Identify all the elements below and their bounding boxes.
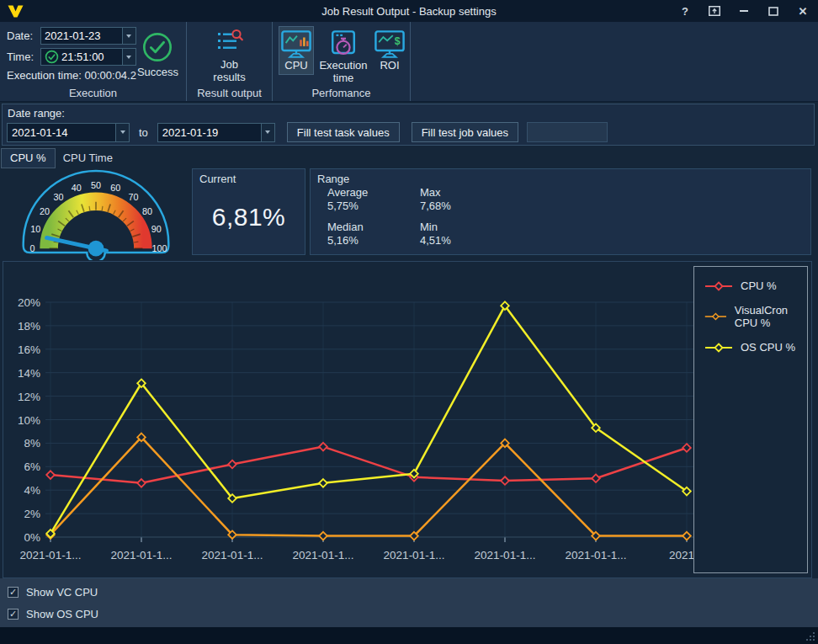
svg-text:10: 10 <box>30 224 40 234</box>
cpu-gauge: 0102030405060708090100 <box>10 166 182 260</box>
success-check-icon <box>141 31 173 63</box>
status-badge: Success <box>136 27 179 82</box>
legend-item-os-cpu[interactable]: OS CPU % <box>694 335 807 359</box>
minimize-button[interactable] <box>737 3 751 19</box>
ribbon-group-label-execution: Execution <box>0 87 186 99</box>
date-range-from-value: 2021-01-14 <box>12 126 115 139</box>
execution-time-button[interactable]: Execution time <box>317 27 369 87</box>
time-dropdown[interactable]: 21:51:00 <box>40 48 136 66</box>
tab-cpu-percent[interactable]: CPU % <box>2 149 55 168</box>
to-dropdown-arrow-icon[interactable] <box>261 124 274 141</box>
stat-min: Min 4,51% <box>420 221 451 247</box>
svg-text:0%: 0% <box>24 531 40 544</box>
stat-min-value: 4,51% <box>420 234 451 247</box>
stat-average-label: Average <box>327 186 368 200</box>
roi-monitor-icon: $ <box>374 29 406 60</box>
svg-text:12%: 12% <box>18 391 40 403</box>
ribbon-group-result-output: Job results Result output <box>187 22 273 101</box>
date-range-from-dropdown[interactable]: 2021-01-14 <box>7 123 130 142</box>
svg-text:100: 100 <box>152 243 167 253</box>
fill-test-job-values-button[interactable]: Fill test job values <box>412 122 518 142</box>
legend-cpu-label: CPU % <box>741 279 777 292</box>
svg-text:2021-01-1...: 2021-01-1... <box>202 549 263 562</box>
roi-button[interactable]: $ ROI <box>374 27 406 74</box>
to-label: to <box>139 126 148 139</box>
legend-cpu-line-icon <box>704 281 733 291</box>
svg-text:80: 80 <box>142 206 152 216</box>
close-button[interactable]: ✕ <box>796 3 810 19</box>
legend-os-label: OS CPU % <box>741 341 795 354</box>
svg-text:18%: 18% <box>18 320 40 333</box>
job-results-button[interactable]: Job results <box>194 27 265 86</box>
bottom-bar <box>0 627 818 644</box>
legend-visualcron-label: VisualCron CPU % <box>735 304 807 329</box>
stat-average: Average 5,75% <box>327 186 368 213</box>
svg-text:2%: 2% <box>24 508 40 520</box>
ribbon-group-label-result-output: Result output <box>187 87 272 99</box>
svg-text:2021-01-1...: 2021-01-1... <box>20 549 82 562</box>
job-results-label: Job results <box>206 59 253 84</box>
svg-text:30: 30 <box>54 192 64 202</box>
range-title: Range <box>317 173 349 185</box>
svg-text:4%: 4% <box>24 484 40 497</box>
fill-test-task-values-button[interactable]: Fill test task values <box>287 122 400 142</box>
svg-text:70: 70 <box>128 192 138 202</box>
footer-options: Show VC CPU Show OS CPU <box>0 578 818 627</box>
svg-text:2021-01-1...: 2021-01-1... <box>566 549 627 562</box>
time-value: 21:51:00 <box>61 51 122 63</box>
help-button[interactable]: ? <box>678 3 692 19</box>
date-value: 2021-01-23 <box>45 29 122 42</box>
date-range-to-value: 2021-01-19 <box>162 126 261 139</box>
pin-panel-button[interactable] <box>708 3 721 19</box>
stat-max-label: Max <box>420 186 451 200</box>
svg-text:50: 50 <box>91 180 101 190</box>
show-os-cpu-row[interactable]: Show OS CPU <box>8 608 98 620</box>
cpu-chart-panel: 0%2%4%6%8%10%12%14%16%18%20%2021-01-1...… <box>3 261 812 578</box>
svg-text:$: $ <box>395 35 401 47</box>
svg-text:2021-01-1...: 2021-01-1... <box>111 549 173 562</box>
ribbon-group-execution: Date: 2021-01-23 Time: <box>0 22 187 101</box>
date-dropdown-arrow-icon[interactable] <box>122 28 135 44</box>
svg-text:14%: 14% <box>18 367 40 380</box>
app-window: Job Result Output - Backup settings ? ✕ <box>0 0 818 644</box>
resize-grip[interactable] <box>813 639 815 641</box>
cpu-button[interactable]: CPU <box>279 27 313 74</box>
stat-average-value: 5,75% <box>327 200 368 213</box>
show-os-cpu-checkbox[interactable] <box>8 609 19 620</box>
execution-time-text: Execution time: 00:00:04.2 <box>7 69 136 82</box>
window-controls: ? ✕ <box>678 0 810 22</box>
date-label: Date: <box>7 29 40 42</box>
legend-os-line-icon <box>704 343 733 353</box>
tab-cpu-time[interactable]: CPU Time <box>55 149 121 168</box>
date-range-to-dropdown[interactable]: 2021-01-19 <box>157 123 275 142</box>
svg-text:6%: 6% <box>24 460 40 473</box>
svg-text:10%: 10% <box>18 414 40 427</box>
legend-item-visualcron-cpu[interactable]: VisualCron CPU % <box>694 298 807 335</box>
svg-text:2021-01-1...: 2021-01-1... <box>293 549 354 562</box>
time-check-icon <box>45 50 59 64</box>
empty-field[interactable] <box>527 122 608 142</box>
legend-visualcron-line-icon <box>704 311 727 322</box>
status-label: Success <box>137 66 178 78</box>
show-vc-cpu-row[interactable]: Show VC CPU <box>8 586 98 599</box>
stat-median-value: 5,16% <box>327 234 364 247</box>
job-results-icon <box>215 29 244 57</box>
tab-bar: CPU % CPU Time <box>2 149 121 168</box>
execution-time-button-label: Execution time <box>319 60 367 85</box>
cpu-monitor-icon <box>280 29 312 60</box>
date-dropdown[interactable]: 2021-01-23 <box>40 27 136 45</box>
stat-min-label: Min <box>420 221 451 234</box>
cpu-line-chart: 0%2%4%6%8%10%12%14%16%18%20%2021-01-1...… <box>3 262 811 577</box>
maximize-button[interactable] <box>767 3 780 19</box>
legend-item-cpu[interactable]: CPU % <box>694 274 807 298</box>
range-panel: Range Average 5,75% Max 7,68% Median 5,1… <box>310 168 811 255</box>
svg-text:90: 90 <box>151 224 162 234</box>
stat-median: Median 5,16% <box>327 221 364 247</box>
date-range-panel: Date range: 2021-01-14 to 2021-01-19 Fil… <box>2 104 815 146</box>
from-dropdown-arrow-icon[interactable] <box>115 124 129 141</box>
show-vc-cpu-checkbox[interactable] <box>8 587 19 598</box>
svg-text:60: 60 <box>110 183 120 193</box>
stat-median-label: Median <box>327 221 364 234</box>
time-dropdown-arrow-icon[interactable] <box>122 49 135 65</box>
ribbon: Date: 2021-01-23 Time: <box>0 22 818 102</box>
